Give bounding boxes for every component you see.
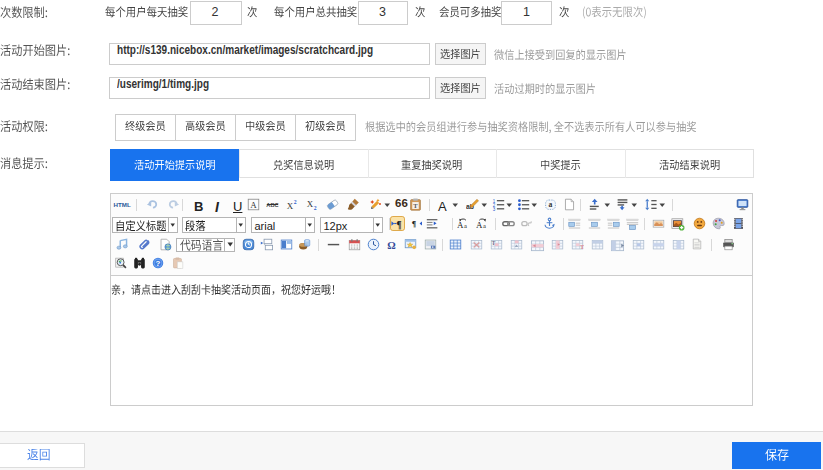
svg-text:a: a (463, 222, 466, 229)
svg-text:T: T (413, 202, 418, 209)
svg-text:A: A (476, 220, 483, 230)
svg-text:A: A (250, 200, 257, 210)
svg-text:Ω: Ω (387, 239, 395, 250)
svg-text:?: ? (156, 259, 161, 268)
svg-text:¶: ¶ (411, 220, 416, 229)
svg-text:A: A (457, 220, 464, 230)
svg-text:X: X (287, 201, 294, 211)
svg-text:2: 2 (314, 205, 317, 211)
svg-text:X: X (307, 199, 314, 209)
svg-text:a: a (483, 222, 486, 229)
svg-text:2: 2 (294, 199, 297, 205)
svg-text:3: 3 (493, 207, 496, 211)
svg-text:T: T (580, 243, 584, 250)
svg-text:¶: ¶ (397, 220, 402, 230)
svg-text:a: a (549, 200, 553, 209)
